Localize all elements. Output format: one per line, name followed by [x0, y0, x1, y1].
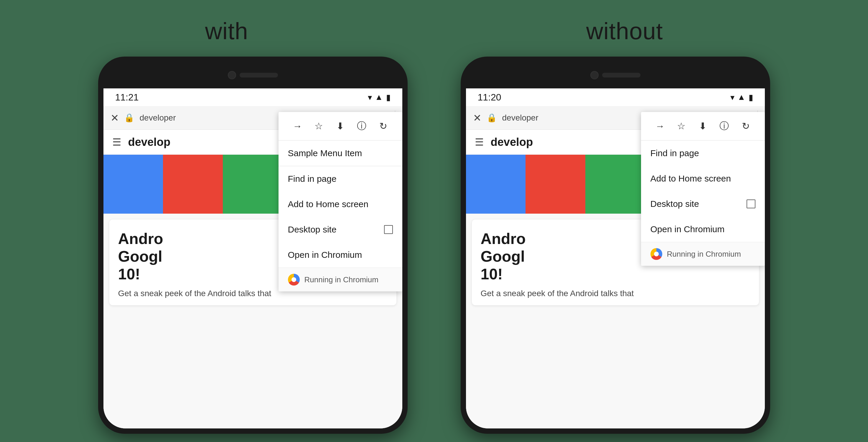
left-status-icons: ▾ ▲ ▮: [368, 93, 391, 102]
phones-container: 11:21 ▾ ▲ ▮ ✕ 🔒 developer: [98, 57, 770, 434]
left-label: with: [205, 18, 248, 45]
right-menu-overlay: → ☆ ⬇ ⓘ ↻ Find in page Add to Home scree…: [641, 112, 765, 266]
battery-icon: ▮: [386, 93, 391, 102]
left-hamburger-icon[interactable]: ☰: [112, 136, 121, 148]
left-phone: 11:21 ▾ ▲ ▮ ✕ 🔒 developer: [98, 57, 408, 434]
right-menu-find[interactable]: Find in page: [641, 140, 765, 166]
right-status-time: 11:20: [478, 92, 501, 103]
left-menu-open-chromium[interactable]: Open in Chromium: [279, 242, 402, 267]
stripe-red-right: [526, 155, 585, 214]
left-lock-icon: 🔒: [124, 113, 134, 123]
left-desktop-checkbox[interactable]: [384, 225, 393, 234]
right-speaker: [602, 73, 641, 77]
signal-icon: ▲: [375, 93, 383, 102]
right-desktop-checkbox[interactable]: [747, 199, 755, 208]
right-lock-icon: 🔒: [487, 113, 497, 123]
right-phone: 11:20 ▾ ▲ ▮ ✕ 🔒 developer: [461, 57, 770, 434]
right-menu-footer: Running in Chromium: [641, 242, 765, 266]
right-battery-icon: ▮: [749, 93, 753, 102]
left-menu-overlay: → ☆ ⬇ ⓘ ↻ Sample Menu Item Find in page: [279, 112, 402, 291]
right-menu-bookmark-icon[interactable]: ☆: [674, 119, 689, 134]
left-menu-footer: Running in Chromium: [279, 267, 402, 291]
right-menu-icons-row: → ☆ ⬇ ⓘ ↻: [641, 112, 765, 140]
right-status-icons: ▾ ▲ ▮: [731, 93, 753, 102]
left-status-time: 11:21: [115, 92, 139, 103]
left-menu-icons-row: → ☆ ⬇ ⓘ ↻: [279, 112, 402, 140]
right-footer-text: Running in Chromium: [667, 250, 741, 259]
right-hamburger-icon[interactable]: ☰: [475, 136, 484, 148]
right-menu-add-home[interactable]: Add to Home screen: [641, 166, 765, 191]
left-menu-download-icon[interactable]: ⬇: [333, 119, 348, 134]
left-phone-notch: [103, 62, 402, 88]
left-footer-text: Running in Chromium: [305, 275, 378, 284]
right-page-title: develop: [491, 136, 533, 149]
right-menu-download-icon[interactable]: ⬇: [695, 119, 710, 134]
stripe-blue-left: [103, 155, 163, 214]
left-menu-info-icon[interactable]: ⓘ: [354, 119, 369, 134]
right-chromium-icon: [650, 248, 662, 260]
stripe-blue-right: [466, 155, 526, 214]
stripe-green-left: [223, 155, 283, 214]
left-chromium-icon: [288, 274, 300, 286]
right-phone-inner: 11:20 ▾ ▲ ▮ ✕ 🔒 developer: [466, 62, 765, 429]
left-menu-add-home[interactable]: Add to Home screen: [279, 192, 402, 217]
left-menu-forward-icon[interactable]: →: [290, 119, 305, 134]
left-page-title: develop: [128, 136, 170, 149]
left-camera: [228, 71, 236, 79]
right-status-bar: 11:20 ▾ ▲ ▮: [466, 88, 765, 106]
left-phone-inner: 11:21 ▾ ▲ ▮ ✕ 🔒 developer: [103, 62, 402, 429]
right-phone-notch: [466, 62, 765, 88]
right-menu-open-chromium[interactable]: Open in Chromium: [641, 217, 765, 242]
left-menu-sample[interactable]: Sample Menu Item: [279, 140, 402, 166]
left-phone-wrapper: 11:21 ▾ ▲ ▮ ✕ 🔒 developer: [98, 57, 408, 434]
left-status-bar: 11:21 ▾ ▲ ▮: [103, 88, 402, 106]
wifi-icon: ▾: [368, 93, 372, 102]
stripe-green-right: [585, 155, 645, 214]
right-menu-refresh-icon[interactable]: ↻: [738, 119, 753, 134]
stripe-red-left: [163, 155, 223, 214]
right-wifi-icon: ▾: [731, 93, 735, 102]
right-menu-info-icon[interactable]: ⓘ: [716, 119, 732, 134]
left-screen: 11:21 ▾ ▲ ▮ ✕ 🔒 developer: [103, 88, 402, 429]
right-menu-desktop[interactable]: Desktop site: [641, 191, 765, 217]
right-camera: [590, 71, 599, 79]
right-menu-forward-icon[interactable]: →: [652, 119, 668, 134]
left-close-icon[interactable]: ✕: [111, 112, 119, 124]
right-article-subtitle: Get a sneak peek of the Android talks th…: [481, 288, 750, 299]
right-phone-wrapper: 11:20 ▾ ▲ ▮ ✕ 🔒 developer: [461, 57, 770, 434]
left-speaker: [240, 73, 278, 77]
left-menu-bookmark-icon[interactable]: ☆: [311, 119, 327, 134]
right-signal-icon: ▲: [738, 93, 746, 102]
right-screen: 11:20 ▾ ▲ ▮ ✕ 🔒 developer: [466, 88, 765, 429]
top-labels: with without: [36, 18, 832, 45]
left-menu-find[interactable]: Find in page: [279, 166, 402, 192]
right-close-icon[interactable]: ✕: [473, 112, 481, 124]
right-label: without: [586, 18, 663, 45]
left-menu-refresh-icon[interactable]: ↻: [375, 119, 391, 134]
left-menu-desktop[interactable]: Desktop site: [279, 217, 402, 242]
